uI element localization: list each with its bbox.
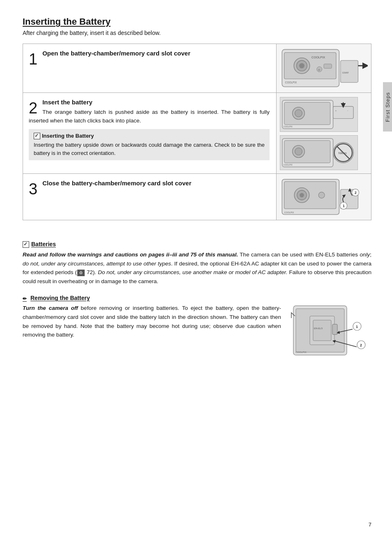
svg-text:COOLPIX: COOLPIX [311, 55, 325, 59]
step-3-body: Close the battery-chamber/memory card sl… [29, 180, 270, 187]
svg-text:COOLPIX: COOLPIX [284, 126, 293, 128]
step-3-diagram: COOLPIX 1 2 [280, 177, 368, 217]
step-2-image: COOLPIX + - [277, 93, 371, 173]
svg-text:cover: cover [342, 71, 349, 74]
svg-text:2: 2 [355, 190, 357, 194]
svg-text:COOLPIX: COOLPIX [295, 351, 307, 353]
batteries-note-title: Batteries [23, 241, 371, 248]
svg-text:-: - [347, 109, 348, 111]
svg-text:COOLPIX: COOLPIX [284, 164, 293, 166]
removing-note: Removing the Battery Turn the camera off… [23, 295, 371, 358]
step-2-diagram-bottom: COOLPIX Nikon [280, 135, 358, 170]
svg-rect-32 [284, 181, 336, 208]
notes-section: Batteries Read and follow the warnings a… [23, 241, 371, 358]
page-number: 7 [369, 522, 371, 528]
removing-section: Turn the camera off before removing or i… [23, 304, 371, 358]
svg-point-35 [300, 193, 304, 197]
batteries-checkmark-icon [23, 241, 29, 248]
svg-rect-46 [313, 320, 331, 341]
svg-text:1: 1 [356, 325, 358, 329]
removing-battery-diagram: EN-EL5 COOLPIX 1 2 [289, 304, 371, 358]
step-3-title: Close the battery-chamber/memory card sl… [29, 180, 270, 187]
batteries-note: Batteries Read and follow the warnings a… [23, 241, 371, 286]
svg-point-25 [295, 148, 302, 155]
step-1-content: 1 Open the battery-chamber/memory card s… [23, 44, 277, 92]
svg-point-16 [295, 109, 302, 117]
step-2-title: Insert the battery [29, 99, 270, 106]
step-1-diagram: COOLPIX cover COOLPIX ⊙ [280, 47, 368, 89]
svg-text:+: + [335, 109, 337, 111]
svg-text:COOLPIX: COOLPIX [285, 81, 297, 84]
sidebar-label: First Steps [383, 82, 392, 132]
svg-text:EN-EL5: EN-EL5 [314, 327, 323, 330]
step-3-row: 3 Close the battery-chamber/memory card … [23, 174, 371, 220]
step-2-note-body: Inserting the battery upside down or bac… [34, 141, 265, 157]
step-1-number: 1 [29, 51, 37, 67]
pencil-icon [23, 295, 28, 301]
step-2-note: Inserting the Battery Inserting the batt… [29, 129, 270, 160]
step-2-body: Insert the battery The orange battery la… [29, 99, 270, 161]
page-subtitle: After charging the battery, insert it as… [23, 30, 371, 36]
page-title: Inserting the Battery [23, 16, 371, 27]
step-2-text: The orange battery latch is pushed aside… [29, 108, 270, 125]
removing-note-body: Turn the camera off before removing or i… [23, 304, 281, 339]
svg-point-4 [299, 63, 304, 69]
step-1-body: Open the battery-chamber/memory card slo… [29, 50, 270, 57]
svg-text:2: 2 [360, 343, 362, 347]
svg-rect-48 [332, 324, 337, 335]
batteries-note-body: Read and follow the warnings and caution… [23, 250, 371, 286]
step-2-number: 2 [29, 100, 37, 116]
svg-rect-23 [284, 140, 330, 162]
step-3-content: 3 Close the battery-chamber/memory card … [23, 174, 277, 220]
step-2-diagram-top: COOLPIX + - [280, 97, 358, 132]
svg-text:1: 1 [343, 203, 345, 208]
svg-rect-14 [284, 102, 330, 124]
svg-text:COOLPIX: COOLPIX [284, 211, 294, 213]
step-3-image: COOLPIX 1 2 [277, 174, 371, 220]
step-2-note-title: Inserting the Battery [34, 132, 265, 139]
step-1-row: 1 Open the battery-chamber/memory card s… [23, 44, 371, 93]
step-3-number: 3 [29, 181, 37, 197]
svg-text:⊙: ⊙ [318, 68, 320, 71]
ref-icon: Ö [77, 270, 85, 276]
svg-rect-18 [333, 106, 353, 118]
note-checkmark-icon [34, 133, 40, 139]
steps-container: 1 Open the battery-chamber/memory card s… [23, 44, 371, 220]
svg-point-37 [318, 192, 325, 198]
step-2-content: 2 Insert the battery The orange battery … [23, 93, 277, 173]
removing-note-title: Removing the Battery [23, 295, 371, 301]
step-2-row: 2 Insert the battery The orange battery … [23, 93, 371, 174]
svg-rect-6 [324, 64, 332, 69]
step-1-image: COOLPIX cover COOLPIX ⊙ [277, 44, 371, 92]
step-1-title: Open the battery-chamber/memory card slo… [29, 50, 270, 57]
